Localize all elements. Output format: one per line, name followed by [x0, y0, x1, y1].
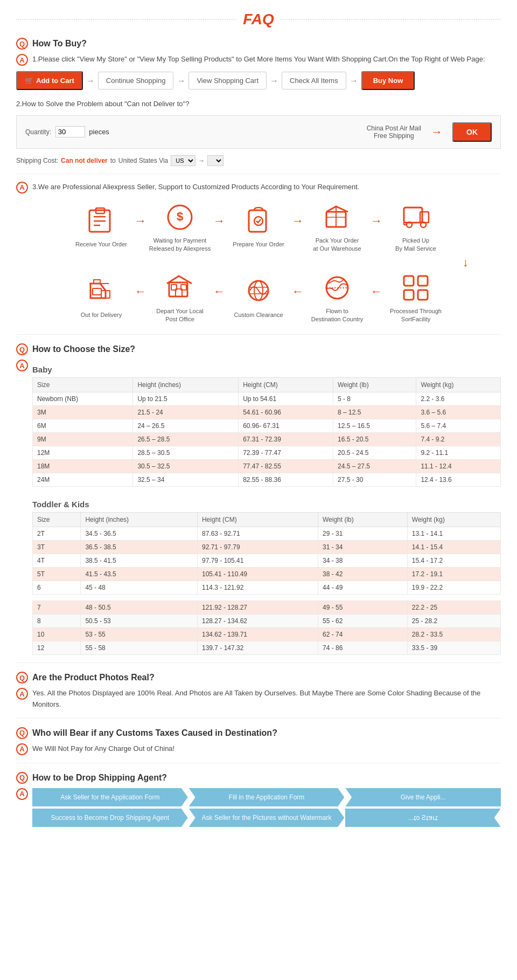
flow-arrow-4: →	[350, 76, 358, 86]
q2-section: 2.How to Solve the Problem about "Can no…	[16, 99, 501, 110]
dropship-step-4: Success to Become Drop Shipping Agent	[32, 809, 188, 827]
free-shipping: Free Shipping	[367, 132, 421, 140]
check-all-button[interactable]: Check All Items	[282, 72, 346, 89]
table-row: Newborn (NB)Up to 21.5Up to 54.615 - 82.…	[33, 392, 501, 406]
a4-badge: A	[16, 360, 28, 371]
step-pack-label: Pack Your Orderat Our Warehouse	[313, 237, 361, 253]
q1-answer-section: A 1.Please click "View My Store" or "Vie…	[16, 54, 501, 66]
a5-section: A Yes. All the Photos Displayed are 100%…	[16, 688, 501, 710]
svg-rect-35	[418, 290, 428, 300]
step-customs-label: Custom Clearance	[234, 311, 283, 319]
flown-icon	[320, 271, 354, 305]
baby-col-height-in: Height (inches)	[133, 378, 239, 392]
q7-title: How to be Drop Shipping Agent?	[32, 773, 167, 783]
buy-now-label: Buy Now	[373, 77, 403, 85]
cart-icon: 🛒	[25, 77, 33, 85]
svg-rect-34	[404, 290, 414, 300]
q7-header: Q How to be Drop Shipping Agent?	[16, 772, 501, 784]
pieces-label: pieces	[89, 128, 109, 136]
view-cart-label: View Shopping Cart	[197, 77, 258, 85]
step-depart: Depart Your LocalPost Office	[148, 271, 212, 324]
table-row: 3M21.5 - 2454.61 - 60.968 – 12.53.6 – 5.…	[33, 406, 501, 419]
arrow-down: ↓	[16, 256, 501, 270]
table-row: 3T36.5 - 38.592.71 - 97.7931 - 3414.1 - …	[33, 541, 501, 554]
flow-arrow-2: →	[177, 76, 185, 86]
ok-label: OK	[466, 128, 478, 136]
q2-question: 2.How to Solve the Problem about "Can no…	[16, 99, 189, 110]
receive-icon	[84, 204, 118, 238]
step-out-delivery-label: Out for Delivery	[81, 311, 122, 319]
pack-icon	[320, 200, 354, 234]
step-pickup: Picked UpBy Mail Service	[383, 200, 448, 253]
arrow-9-8: ←	[213, 285, 225, 309]
step-payment: $ Waiting for PaymentReleased by Aliexpr…	[148, 200, 212, 253]
step-prepare: Prepare Your Order	[226, 204, 291, 249]
a6-badge: A	[16, 743, 28, 755]
table-row: 12M28.5 – 30.572.39 - 77.4720.5 - 24.59.…	[33, 446, 501, 460]
table-row: 850.5 - 53128.27 - 134.6255 - 6225 - 28.…	[33, 615, 501, 628]
q6-title: Who will Bear if any Customs Taxes Cause…	[32, 728, 277, 738]
q1-answer: 1.Please click "View My Store" or "View …	[32, 54, 485, 65]
a4-section: A Baby Size Height (inches) Height (CM) …	[16, 360, 501, 655]
q3-answer: 3.We are Professional Aliexpress Seller,…	[32, 182, 359, 193]
svg-rect-13	[420, 212, 429, 223]
q6-badge: Q	[16, 727, 28, 739]
step-customs: Custom Clearance	[226, 274, 291, 319]
out-delivery-icon	[84, 274, 118, 309]
dropship-step-1: Ask Seller for the Application Form	[32, 788, 188, 806]
arrow-2-3: →	[213, 214, 225, 239]
arrow-7-6: ←	[371, 285, 382, 309]
buy-flow: 🛒 Add to Cart → Continue Shopping → View…	[16, 71, 501, 90]
continue-shopping-button[interactable]: Continue Shopping	[98, 72, 174, 89]
step-payment-label: Waiting for PaymentReleased by Aliexpres…	[149, 237, 211, 253]
q5-header: Q Are the Product Photos Real?	[16, 672, 501, 684]
ok-button[interactable]: OK	[452, 122, 492, 142]
toddler-col-weight-kg: Weight (kg)	[407, 513, 500, 527]
shipping-form: Quantity: pieces China Post Air Mail Fre…	[16, 115, 501, 149]
q5-answer: Yes. All the Photos Displayed are 100% R…	[32, 688, 501, 710]
baby-col-weight-kg: Weight (kg)	[416, 378, 501, 392]
flow-arrow-3: →	[270, 76, 278, 86]
toddler-col-height-in: Height (inches)	[81, 513, 198, 527]
prepare-icon	[241, 204, 276, 238]
country-select[interactable]: US	[171, 155, 195, 166]
arrow-4-5: →	[371, 214, 382, 239]
q7-badge: Q	[16, 772, 28, 784]
dropship-step-5: Ask Seller for the Pictures without Wate…	[189, 809, 345, 827]
step-depart-label: Depart Your LocalPost Office	[156, 307, 203, 324]
quantity-input[interactable]	[55, 126, 85, 137]
arrow-10-9: ←	[135, 285, 146, 309]
baby-col-height-cm: Height (CM)	[239, 378, 333, 392]
order-row-1: Receive Your Order → $ Waiting for Payme…	[16, 200, 501, 253]
toddler-size-table: Size Height (inches) Height (CM) Weight …	[32, 512, 501, 655]
faq-title-section: FAQ	[16, 11, 501, 28]
table-row: 1255 - 58139.7 - 147.3274 - 8633.5 - 39	[33, 641, 501, 655]
arrow-right: →	[198, 157, 205, 164]
to-label: to	[110, 157, 116, 164]
arrow-1-2: →	[135, 214, 146, 239]
view-cart-button[interactable]: View Shopping Cart	[188, 72, 267, 89]
cannot-deliver-text: Can not deliver	[61, 157, 108, 164]
order-row-2: Out for Delivery ← Depart Your LocalPost…	[16, 271, 501, 324]
step-receive-label: Receive Your Order	[75, 240, 127, 249]
step-out-delivery: Out for Delivery	[69, 274, 134, 319]
arrow-8-7: ←	[292, 285, 304, 309]
shipping-method-select[interactable]	[207, 155, 223, 166]
q3-section: A 3.We are Professional Aliexpress Selle…	[16, 182, 501, 194]
add-to-cart-button[interactable]: 🛒 Add to Cart	[16, 71, 83, 90]
depart-icon	[163, 271, 197, 305]
table-row: 2T34.5 - 36.587.63 - 92.7129 - 3113.1 - …	[33, 527, 501, 541]
buy-now-button[interactable]: Buy Now	[361, 71, 415, 90]
baby-col-weight-lb: Weight (lb)	[333, 378, 416, 392]
a3-badge: A	[16, 182, 28, 194]
a7-section: A Ask Seller for the Application Form Fi…	[16, 788, 501, 827]
table-row: 9M26.5 – 28.567.31 - 72.3916.5 - 20.57.4…	[33, 433, 501, 446]
dropship-step-3: Give the Appli...	[345, 788, 501, 806]
q6-answer: We Will Not Pay for Any Charge Out of Ch…	[32, 743, 174, 755]
shipping-info: China Post Air Mail Free Shipping	[367, 125, 421, 140]
faq-title: FAQ	[243, 11, 274, 28]
flow-arrow-1: →	[86, 76, 95, 86]
svg-rect-33	[418, 276, 428, 286]
dropship-row-2: Success to Become Drop Shipping Agent As…	[32, 809, 501, 827]
faq-dots-left	[16, 19, 236, 20]
